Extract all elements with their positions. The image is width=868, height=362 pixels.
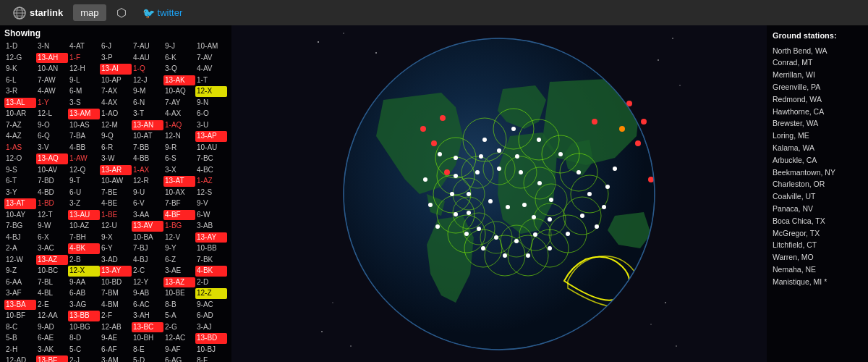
satellite-item[interactable]: 4-BB	[68, 143, 100, 153]
satellite-item[interactable]: 5-C	[68, 345, 100, 355]
satellite-item[interactable]: 9-W	[36, 221, 68, 232]
satellite-item[interactable]: 7-BB	[132, 143, 163, 153]
network-icon[interactable]: ⬡	[111, 3, 132, 22]
satellite-item[interactable]: 6-U	[68, 188, 100, 198]
satellite-item[interactable]: 6-S	[163, 153, 195, 164]
satellite-item[interactable]: 7-BH	[68, 232, 100, 243]
satellite-item[interactable]: 2-B	[68, 255, 100, 266]
satellite-item[interactable]: 3-AD	[100, 255, 132, 266]
satellite-item[interactable]: 4-BE	[100, 198, 132, 209]
satellite-item[interactable]: 10-AW	[100, 176, 132, 187]
satellite-item[interactable]: 9-AC	[195, 300, 227, 311]
satellite-item[interactable]: 9-O	[36, 120, 68, 131]
satellite-item[interactable]: 9-N	[195, 98, 227, 109]
satellite-item[interactable]: 3-AC	[36, 243, 68, 254]
satellite-item[interactable]: 4-AT	[68, 41, 100, 52]
satellite-item[interactable]: 5-A	[163, 311, 195, 321]
satellite-item[interactable]: 6-Z	[163, 255, 195, 266]
satellite-item[interactable]: 9-J	[163, 41, 195, 52]
satellite-item[interactable]: 13-AH	[36, 53, 68, 64]
satellite-item[interactable]: 5-B	[4, 333, 36, 344]
satellite-item[interactable]: 12-AC	[163, 333, 195, 344]
satellite-item[interactable]: 3-Q	[163, 64, 195, 75]
satellite-item[interactable]: 10-AV	[36, 165, 68, 176]
satellite-item[interactable]: 1-AX	[132, 165, 163, 176]
satellite-item[interactable]: 4-AU	[132, 53, 163, 64]
satellite-item[interactable]: 6-N	[132, 98, 163, 109]
satellite-item[interactable]: 4-BF	[163, 210, 195, 221]
satellite-item[interactable]: 10-BF	[4, 311, 36, 321]
satellite-item[interactable]: 9-S	[4, 165, 36, 176]
satellite-item[interactable]: 7-BD	[36, 176, 68, 187]
satellite-item[interactable]: 10-BG	[68, 322, 100, 333]
satellite-item[interactable]: 9-AE	[100, 333, 132, 344]
satellite-item[interactable]: 12-X	[68, 266, 100, 277]
satellite-item[interactable]: 3-AE	[163, 266, 195, 277]
satellite-item[interactable]: 13-AT	[4, 198, 36, 209]
satellite-item[interactable]: 3-AB	[195, 221, 227, 232]
satellite-item[interactable]: 10-AY	[4, 210, 36, 221]
satellite-item[interactable]: 7-BM	[100, 288, 132, 299]
satellite-item[interactable]: 6-AD	[195, 311, 227, 321]
satellite-item[interactable]: 10-BB	[195, 243, 227, 254]
satellite-item[interactable]: 13-BE	[36, 355, 68, 362]
satellite-item[interactable]: 3-AJ	[195, 322, 227, 333]
satellite-item[interactable]: 12-O	[4, 153, 36, 164]
satellite-item[interactable]: 12-AB	[100, 322, 132, 333]
satellite-item[interactable]: 9-U	[132, 188, 163, 198]
satellite-item[interactable]: 10-AT	[132, 131, 163, 142]
satellite-item[interactable]: 13-AU	[68, 210, 100, 221]
satellite-item[interactable]: 10-BJ	[195, 345, 227, 355]
satellite-item[interactable]: 7-AZ	[4, 120, 36, 131]
satellite-item[interactable]: 12-T	[36, 210, 68, 221]
satellite-item[interactable]: 9-Z	[4, 266, 36, 277]
satellite-item[interactable]: 7-BL	[36, 277, 68, 288]
satellite-item[interactable]: 4-BJ	[132, 255, 163, 266]
satellite-item[interactable]: 9-T	[68, 176, 100, 187]
satellite-item[interactable]: 6-V	[132, 198, 163, 209]
satellite-item[interactable]: 6-AA	[4, 277, 36, 288]
satellite-item[interactable]: 4-BB	[132, 153, 163, 164]
satellite-item[interactable]: 3-U	[195, 120, 227, 131]
satellite-item[interactable]: 9-M	[132, 86, 163, 97]
satellite-item[interactable]: 2-A	[4, 243, 36, 254]
satellite-item[interactable]: 13-AZ	[163, 277, 195, 288]
satellite-item[interactable]: 3-AF	[4, 288, 36, 299]
satellite-item[interactable]: 5-D	[132, 355, 163, 362]
satellite-item[interactable]: 3-AM	[100, 355, 132, 362]
satellite-item[interactable]: 3-AK	[36, 345, 68, 355]
satellite-item[interactable]: 10-AR	[4, 109, 36, 119]
satellite-item[interactable]: 1-BE	[100, 210, 132, 221]
satellite-item[interactable]: 7-AV	[195, 53, 227, 64]
satellite-item[interactable]: 4-BK	[195, 266, 227, 277]
satellite-item[interactable]: 7-AY	[163, 98, 195, 109]
satellite-item[interactable]: 9-AB	[132, 288, 163, 299]
satellite-item[interactable]: 1-F	[68, 53, 100, 64]
satellite-item[interactable]: 1-BD	[36, 198, 68, 209]
satellite-item[interactable]: 6-Y	[100, 243, 132, 254]
map-button[interactable]: map	[73, 4, 106, 21]
satellite-item[interactable]: 2-D	[195, 277, 227, 288]
satellite-item[interactable]: 12-AA	[36, 311, 68, 321]
satellite-item[interactable]: 12-Z	[195, 288, 227, 299]
satellite-item[interactable]: 12-V	[163, 232, 195, 243]
satellite-item[interactable]: 10-AP	[100, 75, 132, 86]
satellite-item[interactable]: 12-N	[163, 131, 195, 142]
satellite-item[interactable]: 1-AS	[4, 143, 36, 153]
brand-logo[interactable]: starlink	[7, 7, 69, 20]
satellite-item[interactable]: 10-BC	[36, 266, 68, 277]
satellite-item[interactable]: 13-AN	[132, 120, 163, 131]
satellite-item[interactable]: 9-AA	[68, 277, 100, 288]
satellite-item[interactable]: 1-Q	[132, 64, 163, 75]
satellite-item[interactable]: 12-Q	[68, 165, 100, 176]
satellite-item[interactable]: 3-V	[36, 143, 68, 153]
satellite-item[interactable]: 6-Q	[36, 131, 68, 142]
satellite-item[interactable]: 10-AZ	[68, 221, 100, 232]
satellite-item[interactable]: 3-Y	[4, 188, 36, 198]
satellite-item[interactable]: 6-L	[4, 75, 36, 86]
satellite-item[interactable]: 6-J	[100, 41, 132, 52]
satellite-item[interactable]: 9-AD	[36, 322, 68, 333]
satellite-item[interactable]: 3-P	[100, 53, 132, 64]
satellite-item[interactable]: 9-L	[68, 75, 100, 86]
satellite-item[interactable]: 3-T	[132, 109, 163, 119]
